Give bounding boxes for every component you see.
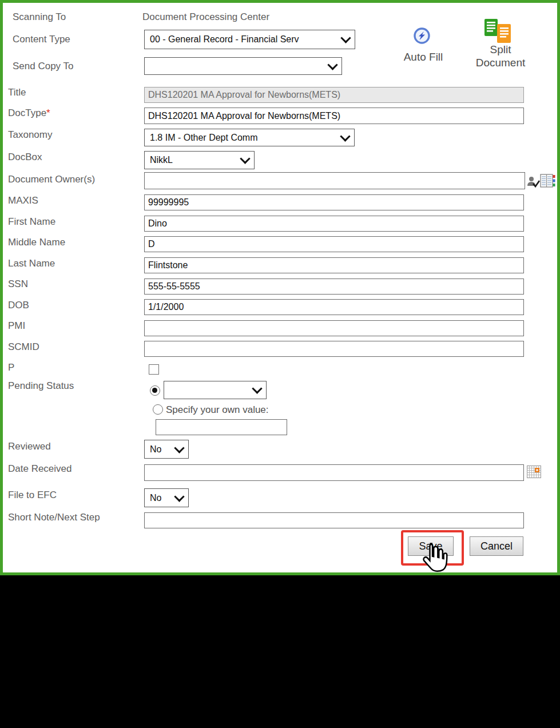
chevron-down-icon xyxy=(174,491,184,502)
chevron-down-icon xyxy=(174,443,184,453)
dob-input[interactable] xyxy=(144,299,524,315)
pmi-input[interactable] xyxy=(144,320,524,336)
last-name-label: Last Name xyxy=(8,258,55,269)
split-document-label-line2: Document xyxy=(458,56,543,69)
last-name-input[interactable] xyxy=(144,257,524,273)
title-input xyxy=(144,87,524,103)
middle-name-label: Middle Name xyxy=(8,237,65,248)
scmid-label: SCMID xyxy=(8,341,39,353)
ssn-input[interactable] xyxy=(144,279,524,295)
specify-own-value-label: Specify your own value: xyxy=(166,404,269,416)
taxonomy-selected-value: 1.8 IM - Other Dept Comm xyxy=(150,133,258,143)
pmi-label: PMI xyxy=(8,320,25,332)
first-name-label: First Name xyxy=(8,216,55,228)
pending-status-dropdown-radio[interactable] xyxy=(150,385,160,396)
pending-status-specify-input[interactable] xyxy=(156,419,287,435)
title-label: Title xyxy=(8,87,26,98)
check-names-icon[interactable] xyxy=(526,175,540,189)
reviewed-selected-value: No xyxy=(150,444,161,455)
maxis-label: MAXIS xyxy=(8,195,38,206)
reviewed-select[interactable]: No xyxy=(144,440,189,459)
document-owners-label: Document Owner(s) xyxy=(8,174,95,185)
pending-status-label: Pending Status xyxy=(8,380,74,392)
calendar-icon[interactable] xyxy=(527,465,541,479)
scanning-to-value: Document Processing Center xyxy=(142,11,269,23)
taxonomy-select[interactable]: 1.8 IM - Other Dept Comm xyxy=(144,129,355,146)
date-received-input[interactable] xyxy=(144,464,524,481)
pending-status-select[interactable] xyxy=(164,381,267,399)
split-document-icon[interactable] xyxy=(483,19,512,44)
pending-status-specify-radio[interactable] xyxy=(153,404,163,415)
chevron-down-icon xyxy=(340,33,351,43)
file-to-efc-selected-value: No xyxy=(150,493,161,503)
send-copy-to-select[interactable] xyxy=(144,57,342,75)
content-type-select[interactable]: 00 - General Record - Financial Serv xyxy=(144,30,355,49)
address-book-icon[interactable] xyxy=(540,174,555,188)
document-metadata-form: Scanning To Document Processing Center C… xyxy=(0,0,560,575)
chevron-down-icon xyxy=(240,153,250,164)
first-name-input[interactable] xyxy=(144,216,524,232)
short-note-label: Short Note/Next Step xyxy=(8,512,100,523)
send-copy-to-label: Send Copy To xyxy=(13,61,73,72)
doctype-input[interactable] xyxy=(144,108,524,124)
date-received-label: Date Received xyxy=(8,463,72,475)
file-to-efc-label: File to EFC xyxy=(8,490,57,501)
chevron-down-icon xyxy=(327,59,337,70)
screenshot-canvas: Scanning To Document Processing Center C… xyxy=(0,0,560,728)
content-type-selected-value: 00 - General Record - Financial Serv xyxy=(150,34,299,45)
maxis-input[interactable] xyxy=(144,194,524,210)
reviewed-label: Reviewed xyxy=(8,441,51,452)
dob-label: DOB xyxy=(8,300,29,311)
docbox-select[interactable]: NikkL xyxy=(144,151,255,169)
middle-name-input[interactable] xyxy=(144,236,524,252)
p-checkbox[interactable] xyxy=(149,364,159,375)
cancel-button[interactable]: Cancel xyxy=(470,536,523,556)
content-type-label: Content Type xyxy=(13,34,70,45)
chevron-down-icon xyxy=(252,383,262,393)
split-document-label-line1: Split xyxy=(458,43,543,56)
p-label: P xyxy=(8,362,14,373)
chevron-down-icon xyxy=(340,131,350,141)
ssn-label: SSN xyxy=(8,279,28,290)
auto-fill-button[interactable]: Auto Fill xyxy=(389,50,458,63)
docbox-selected-value: NikkL xyxy=(150,155,173,165)
save-button[interactable]: Save xyxy=(408,536,454,556)
required-asterisk: * xyxy=(46,108,50,118)
taxonomy-label: Taxonomy xyxy=(8,129,52,141)
file-to-efc-select[interactable]: No xyxy=(144,488,189,507)
docbox-label: DocBox xyxy=(8,152,42,163)
document-owners-input[interactable] xyxy=(144,172,525,189)
auto-fill-icon[interactable] xyxy=(413,27,431,45)
split-document-button[interactable]: Split Document xyxy=(458,43,543,69)
doctype-label: DocType xyxy=(8,108,46,118)
scanning-to-label: Scanning To xyxy=(13,11,66,23)
short-note-input[interactable] xyxy=(144,512,524,528)
scmid-input[interactable] xyxy=(144,341,524,357)
